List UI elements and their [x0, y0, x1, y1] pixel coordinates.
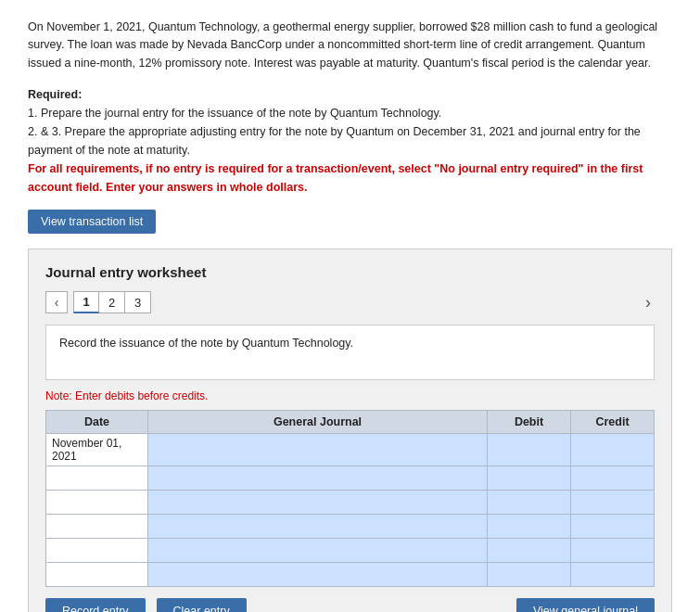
credit-input-cell-4[interactable]	[571, 515, 655, 539]
gj-input-5[interactable]	[148, 539, 487, 562]
gj-input-cell-1[interactable]	[148, 434, 488, 466]
table-row	[46, 515, 655, 539]
gj-input-cell-4[interactable]	[148, 515, 488, 539]
credit-input-cell-5[interactable]	[571, 539, 655, 563]
date-cell-6	[46, 563, 148, 587]
debit-input-cell-4[interactable]	[488, 515, 571, 539]
date-cell-5	[46, 539, 148, 563]
required-item1: 1. Prepare the journal entry for the iss…	[28, 104, 672, 122]
buttons-row: Record entry Clear entry View general jo…	[45, 598, 655, 612]
debit-input-cell-1[interactable]	[488, 434, 571, 466]
table-row: November 01,2021	[46, 434, 655, 466]
gj-input-1[interactable]	[148, 434, 487, 465]
gj-input-cell-6[interactable]	[148, 563, 488, 587]
view-general-journal-button[interactable]: View general journal	[516, 598, 655, 612]
col-header-debit: Debit	[488, 411, 571, 434]
credit-input-2[interactable]	[571, 466, 654, 490]
debit-input-2[interactable]	[488, 466, 570, 490]
credit-input-cell-3[interactable]	[571, 491, 655, 515]
credit-input-5[interactable]	[571, 539, 654, 562]
gj-input-cell-2[interactable]	[148, 466, 488, 491]
gj-input-cell-5[interactable]	[148, 539, 488, 563]
debit-input-4[interactable]	[488, 515, 570, 538]
credit-input-cell-6[interactable]	[571, 563, 655, 587]
table-row	[46, 539, 655, 563]
date-cell-4	[46, 515, 148, 539]
gj-input-cell-3[interactable]	[148, 491, 488, 515]
debit-input-cell-6[interactable]	[488, 563, 571, 587]
journal-table: Date General Journal Debit Credit Novemb…	[45, 410, 655, 587]
nav-prev-button[interactable]: ‹	[45, 291, 68, 313]
debit-input-3[interactable]	[488, 491, 570, 514]
credit-input-1[interactable]	[571, 434, 654, 465]
note-text: Note: Enter debits before credits.	[45, 389, 655, 402]
intro-paragraph: On November 1, 2021, Quantum Technology,…	[28, 19, 672, 72]
credit-input-cell-2[interactable]	[571, 466, 655, 491]
worksheet-title: Journal entry worksheet	[45, 264, 655, 280]
worksheet-tabs: 1 2 3	[73, 291, 151, 313]
required-red-note: For all requirements, if no entry is req…	[28, 159, 672, 197]
gj-input-3[interactable]	[148, 491, 487, 514]
col-header-credit: Credit	[571, 411, 655, 434]
instruction-text: Record the issuance of the note by Quant…	[59, 337, 353, 350]
clear-entry-button[interactable]: Clear entry	[157, 598, 247, 612]
debit-input-6[interactable]	[488, 563, 570, 586]
debit-input-1[interactable]	[488, 434, 570, 465]
credit-input-6[interactable]	[571, 563, 654, 586]
date-cell-2	[46, 466, 148, 491]
view-transaction-button[interactable]: View transaction list	[28, 210, 156, 234]
required-section: Required: 1. Prepare the journal entry f…	[28, 85, 672, 197]
record-entry-button[interactable]: Record entry	[45, 598, 146, 612]
required-header: Required:	[28, 88, 82, 101]
gj-input-6[interactable]	[148, 563, 487, 586]
date-cell-3	[46, 491, 148, 515]
debit-input-cell-3[interactable]	[488, 491, 571, 515]
credit-input-3[interactable]	[571, 491, 654, 514]
instruction-box: Record the issuance of the note by Quant…	[45, 325, 655, 380]
gj-input-4[interactable]	[148, 515, 487, 538]
tab-1[interactable]: 1	[73, 291, 99, 313]
date-cell-1: November 01,2021	[46, 434, 148, 466]
table-row	[46, 491, 655, 515]
nav-next-button[interactable]: ›	[642, 293, 655, 312]
journal-entry-worksheet: Journal entry worksheet ‹ 1 2 3 › Record…	[28, 249, 672, 612]
table-row	[46, 563, 655, 587]
required-item2: 2. & 3. Prepare the appropriate adjustin…	[28, 122, 672, 159]
table-row	[46, 466, 655, 491]
col-header-gj: General Journal	[148, 411, 488, 434]
tab-3[interactable]: 3	[125, 291, 151, 313]
gj-input-2[interactable]	[148, 466, 487, 490]
credit-input-4[interactable]	[571, 515, 654, 538]
tab-2[interactable]: 2	[99, 291, 125, 313]
debit-input-cell-2[interactable]	[488, 466, 571, 491]
col-header-date: Date	[46, 411, 148, 434]
worksheet-nav: ‹ 1 2 3 ›	[45, 291, 655, 313]
debit-input-5[interactable]	[488, 539, 570, 562]
credit-input-cell-1[interactable]	[571, 434, 655, 466]
debit-input-cell-5[interactable]	[488, 539, 571, 563]
